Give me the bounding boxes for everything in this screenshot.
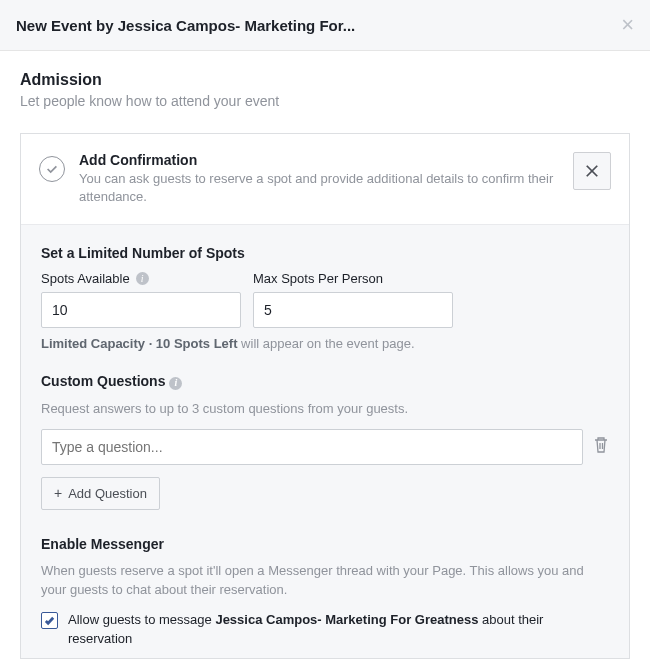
trash-icon[interactable] [593, 436, 609, 457]
section-title-admission: Admission [20, 71, 630, 89]
spots-available-label: Spots Available i [41, 271, 241, 286]
confirmation-banner: Add Confirmation You can ask guests to r… [21, 134, 629, 224]
questions-heading: Custom Questions i [41, 373, 609, 390]
add-question-button[interactable]: + Add Question [41, 477, 160, 510]
plus-icon: + [54, 486, 62, 500]
questions-desc: Request answers to up to 3 custom questi… [41, 400, 609, 419]
messenger-checkbox-label: Allow guests to message Jessica Campos- … [68, 611, 609, 647]
messenger-heading: Enable Messenger [41, 536, 609, 552]
spots-caption: Limited Capacity · 10 Spots Left will ap… [41, 336, 609, 351]
info-icon[interactable]: i [136, 272, 149, 285]
check-circle-icon [39, 156, 65, 182]
spots-available-field: Spots Available i [41, 271, 241, 328]
messenger-desc: When guests reserve a spot it'll open a … [41, 562, 609, 600]
admission-panel: Add Confirmation You can ask guests to r… [20, 133, 630, 659]
spots-fields: Spots Available i Max Spots Per Person [41, 271, 609, 328]
dialog-content: Admission Let people know how to attend … [0, 51, 650, 668]
spots-max-label: Max Spots Per Person [253, 271, 453, 286]
spots-max-input[interactable] [253, 292, 453, 328]
spots-heading: Set a Limited Number of Spots [41, 245, 609, 261]
spots-max-field: Max Spots Per Person [253, 271, 453, 328]
x-icon [585, 164, 599, 178]
dismiss-button[interactable] [573, 152, 611, 190]
spots-available-input[interactable] [41, 292, 241, 328]
question-input[interactable] [41, 429, 583, 465]
confirmation-desc: You can ask guests to reserve a spot and… [79, 170, 559, 206]
confirmation-text: Add Confirmation You can ask guests to r… [79, 152, 559, 206]
messenger-checkbox[interactable] [41, 612, 58, 629]
dialog-header: New Event by Jessica Campos- Marketing F… [0, 0, 650, 51]
info-icon[interactable]: i [169, 377, 182, 390]
section-subtitle-admission: Let people know how to attend your event [20, 93, 630, 109]
confirmation-title: Add Confirmation [79, 152, 559, 168]
settings-inner: Set a Limited Number of Spots Spots Avai… [21, 224, 629, 657]
messenger-checkbox-row: Allow guests to message Jessica Campos- … [41, 611, 609, 647]
close-icon[interactable]: × [621, 14, 634, 36]
question-row [41, 429, 609, 465]
dialog-title: New Event by Jessica Campos- Marketing F… [16, 17, 355, 34]
